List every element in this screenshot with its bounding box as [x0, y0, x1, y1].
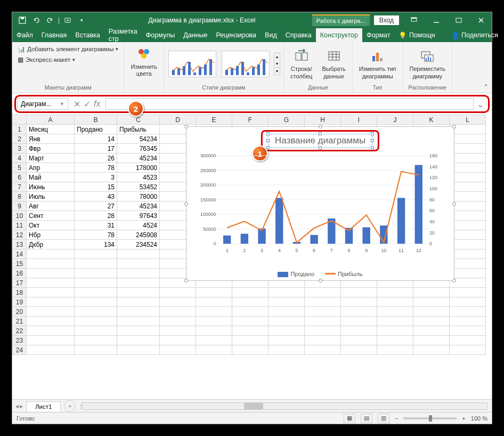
- cell[interactable]: [117, 345, 160, 355]
- cell[interactable]: [450, 297, 486, 307]
- cell[interactable]: 43: [75, 192, 117, 201]
- cell[interactable]: [450, 240, 486, 249]
- expand-formula-icon[interactable]: ⌄: [474, 99, 487, 109]
- cell[interactable]: [196, 345, 232, 355]
- cell[interactable]: [27, 278, 75, 288]
- maximize-icon[interactable]: [448, 12, 469, 28]
- cell[interactable]: [413, 317, 450, 326]
- column-header[interactable]: E: [196, 115, 232, 125]
- cell[interactable]: Янв: [27, 134, 75, 144]
- close-icon[interactable]: [470, 12, 492, 28]
- cell[interactable]: [413, 326, 450, 336]
- cell[interactable]: [117, 269, 160, 278]
- add-chart-element-button[interactable]: 📊Добавить элемент диаграммы▾: [15, 44, 120, 54]
- cell[interactable]: Июль: [27, 192, 75, 201]
- cell[interactable]: 76345: [117, 144, 160, 154]
- cell[interactable]: 134: [75, 240, 117, 249]
- cell[interactable]: [450, 144, 486, 154]
- row-header[interactable]: 8: [13, 192, 27, 201]
- cell[interactable]: [450, 182, 486, 192]
- row-header[interactable]: 14: [13, 249, 27, 259]
- cell[interactable]: [450, 345, 486, 355]
- row-header[interactable]: 23: [13, 336, 27, 345]
- page-layout-view-icon[interactable]: ▤: [361, 414, 372, 423]
- cell[interactable]: [27, 297, 75, 307]
- cell[interactable]: [232, 307, 269, 317]
- cell[interactable]: [75, 297, 117, 307]
- select-all-corner[interactable]: [13, 115, 27, 125]
- undo-icon[interactable]: [30, 14, 42, 26]
- save-icon[interactable]: [17, 14, 28, 26]
- add-sheet-icon[interactable]: +: [64, 400, 76, 412]
- chevron-down-icon[interactable]: ▼: [60, 101, 64, 107]
- cell[interactable]: [232, 326, 269, 336]
- cell[interactable]: [232, 336, 269, 345]
- cell[interactable]: [75, 278, 117, 288]
- cell[interactable]: [160, 297, 196, 307]
- cell[interactable]: [450, 154, 486, 163]
- cell[interactable]: [305, 336, 341, 345]
- cell[interactable]: [117, 336, 160, 345]
- cell[interactable]: [196, 317, 232, 326]
- tab-nav-next-icon[interactable]: ▸: [20, 402, 23, 410]
- chart-style-thumb[interactable]: [168, 51, 216, 77]
- cell[interactable]: 78: [75, 163, 117, 173]
- cell[interactable]: [160, 326, 196, 336]
- row-header[interactable]: 10: [13, 211, 27, 221]
- cell[interactable]: [413, 345, 450, 355]
- gallery-more-icon[interactable]: ▾: [274, 67, 280, 75]
- cell[interactable]: [341, 297, 377, 307]
- cell[interactable]: [377, 307, 413, 317]
- cell[interactable]: 53452: [117, 182, 160, 192]
- column-header[interactable]: B: [75, 115, 117, 125]
- gallery-down-icon[interactable]: ▾: [274, 60, 280, 67]
- row-header[interactable]: 5: [13, 163, 27, 173]
- cell[interactable]: Авг: [27, 201, 75, 211]
- cell[interactable]: 45234: [117, 154, 160, 163]
- cell[interactable]: [117, 278, 160, 288]
- cell[interactable]: 15: [75, 182, 117, 192]
- cell[interactable]: [27, 269, 75, 278]
- cell[interactable]: [75, 288, 117, 297]
- cell[interactable]: [75, 317, 117, 326]
- ribbon-tab-конструктор[interactable]: Конструктор: [316, 28, 362, 42]
- cell[interactable]: [196, 307, 232, 317]
- zoom-slider[interactable]: [403, 417, 457, 419]
- login-button[interactable]: Вход: [374, 15, 399, 25]
- row-header[interactable]: 18: [13, 288, 27, 297]
- cell[interactable]: [305, 297, 341, 307]
- chart-styles-gallery[interactable]: ▴▾▾: [167, 44, 280, 83]
- cell[interactable]: Сент: [27, 211, 75, 221]
- cell[interactable]: [269, 307, 305, 317]
- cell[interactable]: [450, 336, 486, 345]
- page-break-view-icon[interactable]: ▥: [378, 414, 389, 423]
- cell[interactable]: [160, 345, 196, 355]
- cell[interactable]: [160, 336, 196, 345]
- row-header[interactable]: 2: [13, 134, 27, 144]
- switch-row-column-button[interactable]: Строка/ столбец: [287, 46, 315, 80]
- cell[interactable]: [450, 211, 486, 221]
- cell[interactable]: Июнь: [27, 182, 75, 192]
- cell[interactable]: [27, 326, 75, 336]
- share-button[interactable]: 👤 Поделиться: [447, 29, 503, 42]
- cell[interactable]: [377, 288, 413, 297]
- cell[interactable]: [450, 269, 486, 278]
- column-header[interactable]: D: [160, 115, 196, 125]
- cell[interactable]: [305, 307, 341, 317]
- cell[interactable]: [75, 336, 117, 345]
- cell[interactable]: [232, 288, 269, 297]
- cell[interactable]: [196, 336, 232, 345]
- cell[interactable]: [269, 317, 305, 326]
- cell[interactable]: [450, 230, 486, 240]
- cell[interactable]: [27, 259, 75, 269]
- cell[interactable]: 97643: [117, 211, 160, 221]
- cell[interactable]: [341, 345, 377, 355]
- cell[interactable]: [160, 288, 196, 297]
- cell[interactable]: 54234: [117, 134, 160, 144]
- column-header[interactable]: L: [450, 115, 486, 125]
- row-header[interactable]: 1: [13, 125, 27, 134]
- cell[interactable]: 17: [75, 144, 117, 154]
- cell[interactable]: Фвр: [27, 144, 75, 154]
- cell[interactable]: 3: [75, 173, 117, 182]
- cell[interactable]: [27, 307, 75, 317]
